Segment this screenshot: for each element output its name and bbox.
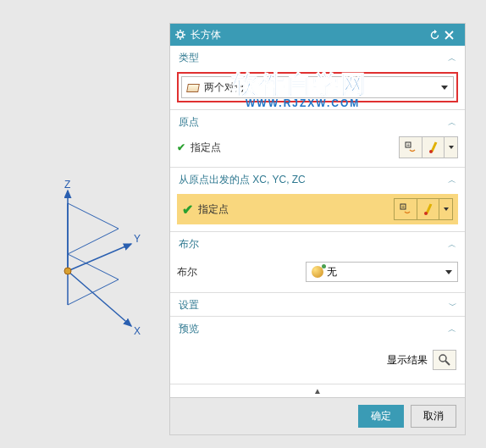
check-icon: ✔ — [182, 202, 193, 218]
check-icon: ✔ — [177, 141, 185, 153]
axis-label-z: Z — [64, 179, 70, 191]
section-label: 设置 — [179, 298, 199, 312]
svg-point-26 — [439, 355, 446, 362]
highlight-box: 两个对角 — [177, 72, 458, 102]
dropdown-value: 两个对角 — [204, 80, 245, 95]
svg-line-27 — [445, 361, 450, 365]
block-dialog: 长方体 类型 ︿ 两个对角 原点 ︿ ✔ 指定点 + — [169, 23, 466, 435]
section-label: 预览 — [179, 322, 199, 336]
type-dropdown[interactable]: 两个对角 — [181, 76, 454, 98]
section-header-type[interactable]: 类型 ︿ — [170, 46, 465, 69]
svg-line-14 — [177, 37, 178, 38]
point-constructor-button[interactable] — [417, 199, 439, 219]
svg-line-20 — [432, 142, 436, 152]
dialog-footer: 确定 取消 — [170, 397, 465, 434]
svg-point-25 — [424, 212, 428, 215]
dialog-title: 长方体 — [191, 28, 221, 42]
viewport-gizmo: Z Y X — [34, 178, 152, 330]
gear-icon[interactable] — [175, 30, 185, 40]
boolean-label: 布尔 — [177, 265, 306, 279]
section-header-boolean[interactable]: 布尔 ︿ — [170, 231, 465, 255]
point-options-dropdown[interactable] — [444, 137, 457, 158]
chevron-down-icon — [441, 86, 448, 90]
svg-point-21 — [429, 150, 433, 153]
show-result-button[interactable] — [433, 350, 456, 370]
axis-label-y: Y — [134, 233, 141, 245]
section-label: 原点 — [179, 115, 199, 130]
chevron-up-icon: ︿ — [448, 174, 456, 186]
point-dialog-button[interactable]: + — [395, 199, 417, 219]
svg-line-13 — [183, 37, 184, 38]
section-label: 布尔 — [179, 237, 199, 252]
show-result-label: 显示结果 — [387, 353, 428, 368]
chevron-up-icon: ︿ — [448, 324, 456, 335]
reset-button[interactable] — [429, 30, 445, 41]
svg-line-15 — [183, 31, 184, 32]
section-header-origin[interactable]: 原点 ︿ — [170, 109, 465, 133]
none-icon — [312, 266, 323, 278]
svg-text:+: + — [401, 204, 405, 210]
point-constructor-button[interactable] — [422, 137, 444, 158]
section-header-from-origin[interactable]: 从原点出发的点 XC, YC, ZC ︿ — [170, 167, 465, 191]
svg-marker-3 — [68, 203, 119, 254]
ok-button[interactable]: 确定 — [358, 405, 404, 428]
point-dialog-button[interactable]: + — [400, 137, 422, 158]
close-button[interactable] — [445, 30, 460, 40]
chevron-up-icon: ︿ — [448, 239, 456, 251]
dialog-titlebar: 长方体 — [170, 24, 465, 46]
box-icon — [187, 82, 199, 92]
point-options-dropdown[interactable] — [439, 199, 452, 219]
collapse-bar[interactable]: ▲ — [170, 384, 465, 397]
specify-point-label: 指定点 — [198, 202, 394, 217]
chevron-up-icon: ︿ — [448, 117, 456, 129]
dropdown-value: 无 — [327, 265, 337, 279]
svg-line-24 — [427, 204, 431, 213]
svg-marker-4 — [68, 254, 119, 305]
cancel-button[interactable]: 取消 — [411, 405, 456, 428]
axis-label-x: X — [134, 325, 141, 337]
boolean-dropdown[interactable]: 无 — [306, 262, 458, 282]
svg-text:+: + — [406, 142, 410, 148]
svg-point-7 — [178, 32, 183, 37]
chevron-down-icon — [445, 270, 452, 274]
specify-point-label: 指定点 — [191, 141, 399, 155]
svg-point-6 — [64, 268, 71, 274]
section-label: 从原点出发的点 XC, YC, ZC — [179, 173, 306, 187]
point-tool-group: + — [399, 136, 458, 158]
svg-line-2 — [68, 271, 131, 326]
active-specify-point-row: ✔ 指定点 + — [177, 194, 458, 224]
chevron-down-icon: ︿ — [448, 300, 456, 312]
point-tool-group-active: + — [394, 198, 453, 220]
chevron-up-icon: ︿ — [448, 53, 456, 64]
section-header-settings[interactable]: 设置 ︿ — [170, 292, 465, 316]
svg-line-12 — [177, 31, 178, 32]
svg-line-1 — [68, 244, 131, 271]
section-header-preview[interactable]: 预览 ︿ — [170, 316, 465, 340]
section-label: 类型 — [179, 51, 199, 65]
